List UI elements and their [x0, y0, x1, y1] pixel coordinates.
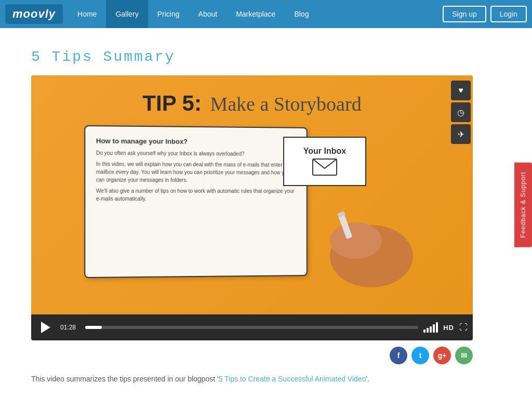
play-icon	[41, 322, 50, 333]
logo[interactable]: moovly	[5, 4, 63, 24]
hand-drawing	[288, 173, 423, 293]
description-text-after: '.	[366, 375, 369, 383]
nav-home[interactable]: Home	[68, 0, 106, 28]
tip-label: TIP 5:	[142, 91, 202, 115]
volume-control[interactable]	[423, 322, 438, 333]
video-player[interactable]: ♥ ◷ ✈ TIP 5: Make a Storyboard How to ma…	[31, 75, 473, 340]
vol-bar-1	[423, 329, 425, 333]
history-button[interactable]: ◷	[451, 102, 471, 122]
paper-title: How to manage your Inbox?	[96, 137, 297, 146]
play-button[interactable]	[36, 318, 55, 337]
vol-bar-2	[427, 328, 429, 333]
paper-para-3: We'll also give a number of tips on how …	[96, 187, 297, 203]
paper-para-2: In this video, we will explain how you c…	[96, 160, 297, 184]
login-button[interactable]: Login	[490, 6, 527, 22]
progress-bar[interactable]	[85, 326, 418, 329]
twitter-share-button[interactable]: t	[411, 347, 429, 364]
nav-about[interactable]: About	[189, 0, 227, 28]
nav-blog[interactable]: Blog	[285, 0, 318, 28]
video-controls: 01:28 HD ⛶	[31, 314, 473, 340]
nav-marketplace[interactable]: Marketplace	[227, 0, 285, 28]
vol-bar-4	[433, 324, 435, 333]
like-button[interactable]: ♥	[451, 81, 471, 100]
description: This video summarizes the tips presented…	[31, 375, 473, 383]
blogpost-link[interactable]: 5 Tips to Create a Successful Animated V…	[219, 375, 366, 383]
googleplus-share-button[interactable]: g+	[433, 347, 451, 364]
fullscreen-button[interactable]: ⛶	[459, 323, 468, 332]
page-title: 5 Tips Summary	[31, 49, 501, 65]
paper-para-1: Do you often ask yourself why your Inbox…	[96, 149, 297, 158]
facebook-share-button[interactable]: f	[390, 347, 407, 364]
video-frame: ♥ ◷ ✈ TIP 5: Make a Storyboard How to ma…	[31, 75, 473, 314]
paper-text: Do you often ask yourself why your Inbox…	[96, 149, 297, 203]
nav-links: Home Gallery Pricing About Marketplace B…	[68, 0, 318, 28]
nav-gallery[interactable]: Gallery	[106, 0, 148, 28]
heart-icon: ♥	[458, 86, 463, 95]
nav-pricing[interactable]: Pricing	[148, 0, 189, 28]
tip-subtitle: Make a Storyboard	[210, 93, 361, 115]
feedback-tab[interactable]: Feedback & Support	[514, 162, 532, 247]
vol-bar-5	[436, 322, 438, 333]
video-title-area: TIP 5: Make a Storyboard	[122, 75, 382, 121]
share-icon: ✈	[458, 129, 464, 139]
storyboard-area: How to manage your Inbox? Do you often a…	[86, 126, 418, 282]
svg-point-2	[330, 222, 382, 259]
time-display: 01:28	[60, 324, 80, 331]
share-button[interactable]: ✈	[451, 124, 471, 144]
progress-fill	[85, 326, 102, 329]
social-share: f t g+ ✉	[31, 347, 473, 364]
side-actions: ♥ ◷ ✈	[451, 81, 473, 144]
hd-badge: HD	[443, 324, 454, 332]
signup-button[interactable]: Sign up	[443, 6, 486, 22]
main-content: 5 Tips Summary ♥ ◷ ✈ TIP 5: Make a Story…	[0, 28, 532, 404]
description-text-before: This video summarizes the tips presented…	[31, 375, 219, 383]
navbar: moovly Home Gallery Pricing About Market…	[0, 0, 532, 28]
inbox-label: Your Inbox	[303, 147, 346, 156]
clock-icon: ◷	[457, 108, 464, 117]
email-share-button[interactable]: ✉	[455, 347, 473, 364]
paper-sheet: How to manage your Inbox? Do you often a…	[84, 125, 307, 278]
vol-bar-3	[430, 326, 432, 333]
